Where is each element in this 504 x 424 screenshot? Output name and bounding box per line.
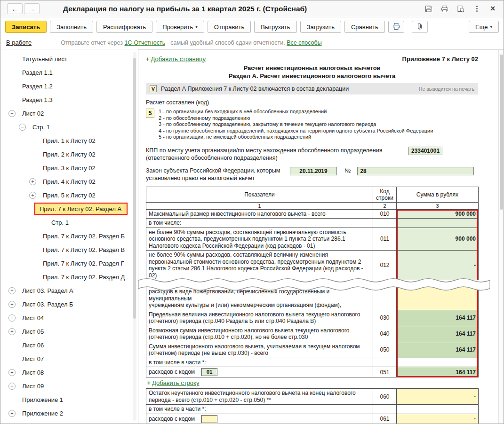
sidebar-scrollbar[interactable] [133,52,136,421]
sum-cell[interactable] [397,219,479,228]
print-report-button[interactable] [388,21,404,33]
expand-icon[interactable]: + [8,314,16,322]
sidebar-item[interactable]: +Лист 03. Раздел Б [0,298,138,311]
sidebar-item[interactable]: Раздел 1.1 [0,66,138,79]
sidebar-item[interactable]: +Лист 09 [0,379,138,393]
sidebar-item[interactable]: Прил. 1 к Листу 02 [0,134,138,148]
law-number-input[interactable]: 28 [357,167,474,175]
sidebar-item[interactable]: Раздел 1.2 [0,79,138,93]
sum-cell[interactable]: 164 117 [397,367,479,377]
include-checkbox[interactable]: V [150,85,157,92]
form-title: Расчет инвестиционных налоговых вычетов … [146,64,478,80]
expand-icon[interactable]: + [8,301,16,308]
back-button[interactable]: ← [7,3,23,14]
add-page-link[interactable]: +Добавить страницу [146,55,206,63]
expand-icon[interactable]: + [8,287,16,294]
sidebar-item[interactable]: +Лист 04 [0,311,138,325]
sidebar-item[interactable]: Прил. 3 к Листу 02 [0,161,138,175]
check-button[interactable]: Проверить▾ [156,21,204,33]
preview-icon[interactable] [456,5,465,13]
sum-cell[interactable] [397,358,479,367]
all-methods-link[interactable]: Все способы [287,39,321,46]
sum-cell[interactable]: 164 117 [397,310,479,326]
sidebar-item[interactable]: Лист 07 [0,352,138,366]
toolbar-button-label: Отправить [214,24,244,31]
sidebar-item[interactable]: Прил. 7 к Листу 02. Раздел Б [0,229,138,243]
sidebar-item[interactable]: −Стр. 1 [0,120,138,134]
sidebar-item[interactable]: Прил. 7 к Листу 02. Раздел А [0,202,138,216]
indicator-cell: не более 90% суммы расходов, составляюще… [146,228,373,251]
sidebar-item[interactable]: Титульный лист [0,52,138,66]
tree-spacer [8,69,16,76]
save-button[interactable]: Записать [5,21,47,33]
sidebar-item[interactable]: +Прил. 5 к Листу 02 [0,188,138,202]
sidebar-item[interactable]: +Лист 08 [0,366,138,379]
tree-spacer [8,396,16,403]
forward-button[interactable]: → [24,3,40,14]
table-row: в том числе: [146,219,479,228]
expand-icon[interactable]: + [29,178,36,185]
compare-button[interactable]: Сравнить [344,21,385,33]
table-row: не более 90% суммы расходов, составляюще… [146,228,479,251]
code-cell: 050 [373,342,397,358]
sidebar-item[interactable]: +Лист 05 [0,325,138,338]
attach-file-button[interactable] [412,21,428,33]
more-button[interactable]: Еще ▾ [469,21,499,33]
sidebar-item[interactable]: Приложение 1 [0,393,138,407]
sidebar-item[interactable]: +Прил. 4 к Листу 02 [0,175,138,188]
law-date-input[interactable]: 20.11.2019 [290,167,337,175]
expand-icon[interactable]: + [29,192,36,199]
collapse-icon[interactable]: − [8,110,16,117]
sidebar-item[interactable]: +Лист 03. Раздел А [0,284,138,298]
expand-icon[interactable]: + [8,369,16,376]
sum-cell[interactable]: 900 000 [397,228,479,251]
reporting-service-link[interactable]: 1С-Отчетность [124,39,165,46]
expand-icon[interactable]: + [8,328,16,335]
sidebar-item[interactable]: +Приложение 2 [0,407,138,420]
sidebar-item[interactable]: Стр. 1 [0,216,138,229]
sidebar-item[interactable]: Прил. 7 к Листу 02. Раздел В [0,243,138,257]
add-row-link[interactable]: +Добавить строку [147,379,200,386]
subheader-cell: в том числе: [146,219,373,228]
sum-cell[interactable] [397,287,479,310]
sum-cell[interactable]: 900 000 [397,209,479,219]
status-state-link[interactable]: В работе [6,39,32,46]
indicator-text: Сумма инвестиционного налогового вычета,… [149,343,370,357]
expand-icon[interactable]: + [8,383,16,390]
sidebar-item[interactable]: Лист 06 [0,338,138,352]
sum-cell[interactable]: - [397,251,479,280]
sum-cell[interactable] [397,405,479,414]
calc-code-input[interactable]: 5 [146,109,154,118]
sum-cell[interactable]: - [397,389,479,405]
sidebar-item[interactable]: Прил. 2 к Листу 02 [0,148,138,161]
send-button[interactable]: Отправить [208,21,251,33]
kebab-menu-icon[interactable] [472,5,481,13]
expense-code-input[interactable] [201,415,217,423]
decipher-button[interactable]: Расшифровать [96,21,152,33]
sidebar-item-label: Лист 03. Раздел А [18,284,77,297]
sum-cell[interactable]: 164 117 [397,326,479,342]
calc-code-option: 4 - по группе обособленных подразделений… [159,128,433,134]
main-scrollbar[interactable] [498,50,504,424]
sidebar-item[interactable]: Раздел 1.3 [0,93,138,107]
expand-icon[interactable]: + [8,410,16,417]
sidebar-item-label: Лист 06 [18,339,48,352]
sidebar-item[interactable]: Прил. 7 к Листу 02. Раздел Г [0,257,138,270]
sum-cell[interactable]: - [397,414,479,424]
collapse-icon[interactable]: − [19,124,26,131]
form-table-head: ПоказателиКод строкиСумма в рублях123 [146,187,479,209]
close-icon[interactable]: × [488,5,497,13]
kpp-input[interactable]: 233401001 [408,147,442,155]
sidebar-scrollbar-thumb[interactable] [133,58,136,319]
sidebar-item[interactable]: Прил. 7 к Листу 02. Раздел Д [0,270,138,284]
sidebar-item-label: Приложение 2 [18,407,67,420]
sum-cell[interactable]: 164 117 [397,342,479,358]
fill-button[interactable]: Заполнить [50,21,93,33]
export-button[interactable]: Выгрузить [254,21,296,33]
main-scrollbar-thumb[interactable] [500,55,503,210]
sidebar-item[interactable]: −Лист 02 [0,107,138,120]
save-icon[interactable] [424,5,433,13]
print-icon[interactable] [440,5,449,13]
import-button[interactable]: Загрузить [300,21,341,33]
expense-code-input[interactable]: 01 [201,368,217,376]
